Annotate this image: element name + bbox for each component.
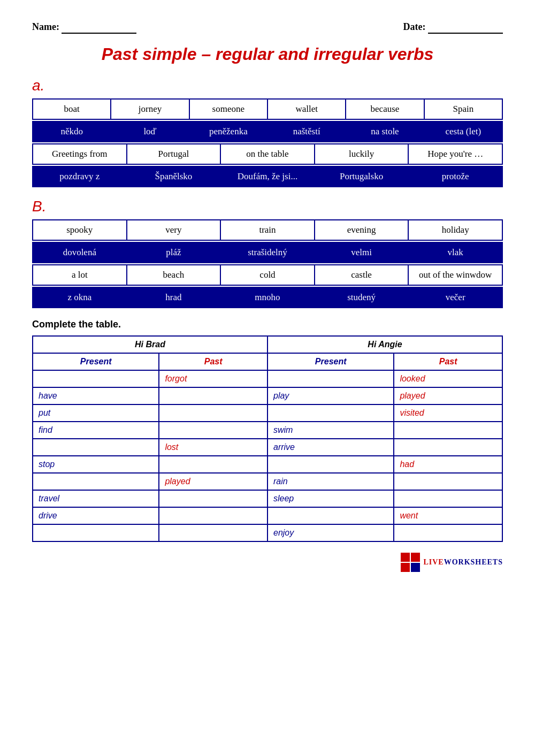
word-cell: cold xyxy=(221,265,315,285)
hi-angie-header: Hi Angie xyxy=(268,336,502,353)
lw-logo: LIVEWORKSHEETS xyxy=(401,553,503,572)
word-cell: Greetings from xyxy=(33,144,127,164)
word-cell: velmi xyxy=(315,243,409,262)
word-cell: beach xyxy=(127,265,221,285)
lw-icon xyxy=(401,553,420,572)
section-b-label: B. xyxy=(32,198,503,215)
word-cell: wallet xyxy=(268,100,346,119)
angie-present-cell xyxy=(268,507,394,524)
liveworksheets-branding: LIVEWORKSHEETS xyxy=(32,553,503,572)
angie-past-cell xyxy=(394,524,502,541)
angie-past-cell: looked xyxy=(394,370,502,387)
word-cell: večer xyxy=(409,288,502,307)
brad-present-cell xyxy=(33,524,159,541)
word-cell: castle xyxy=(315,265,409,285)
word-cell: evening xyxy=(315,220,409,240)
brad-present-cell xyxy=(33,473,159,490)
table-row: enjoy xyxy=(33,524,502,541)
table-row: lostarrive xyxy=(33,439,502,456)
section-a-word-boxes: boatjorneysomeonewalletbecauseSpainněkdo… xyxy=(32,98,503,187)
section-b: B. spookyverytraineveningholidaydovolená… xyxy=(32,198,503,308)
brad-past-cell: played xyxy=(159,473,268,490)
word-cell: Spain xyxy=(425,100,502,119)
word-cell: protože xyxy=(409,167,502,186)
table-row: haveplayplayed xyxy=(33,387,502,404)
word-cell: someone xyxy=(190,100,268,119)
word-cell: Portugalsko xyxy=(315,167,409,186)
angie-past-cell xyxy=(394,490,502,507)
brad-past-cell: forgot xyxy=(159,370,268,387)
brad-past-cell: lost xyxy=(159,439,268,456)
date-field: Date: xyxy=(403,21,503,34)
angie-past-cell xyxy=(394,422,502,439)
angie-present-header: Present xyxy=(268,353,394,370)
brad-present-cell xyxy=(33,370,159,387)
angie-present-cell: play xyxy=(268,387,394,404)
angie-past-header: Past xyxy=(394,353,502,370)
brad-past-header: Past xyxy=(159,353,268,370)
word-cell: strašidelný xyxy=(221,243,315,262)
page-title: Past simple – regular and irregular verb… xyxy=(32,44,503,64)
brad-present-cell: have xyxy=(33,387,159,404)
table-row: travelsleep xyxy=(33,490,502,507)
word-cell: studený xyxy=(315,288,409,307)
section-a-label: a. xyxy=(32,77,503,94)
word-cell: boat xyxy=(33,100,111,119)
name-field: Name: xyxy=(32,21,136,34)
word-cell: Doufám, že jsi... xyxy=(221,167,315,186)
brad-past-cell xyxy=(159,507,268,524)
hi-brad-header: Hi Brad xyxy=(33,336,268,353)
word-cell: train xyxy=(221,220,315,240)
word-box-row: pozdravy zŠpanělskoDoufám, že jsi...Port… xyxy=(32,166,503,187)
table-body: forgotlookedhaveplayplayedputvisitedfind… xyxy=(33,370,502,541)
word-cell: z okna xyxy=(33,288,127,307)
brad-present-cell: put xyxy=(33,404,159,422)
word-cell: on the table xyxy=(221,144,315,164)
word-box-row: spookyverytraineveningholiday xyxy=(32,219,503,241)
word-cell: pozdravy z xyxy=(33,167,127,186)
brad-past-cell xyxy=(159,456,268,473)
section-b-word-boxes: spookyverytraineveningholidaydovolenáplá… xyxy=(32,219,503,308)
word-cell: někdo xyxy=(33,122,111,141)
angie-present-cell: swim xyxy=(268,422,394,439)
word-cell: mnoho xyxy=(221,288,315,307)
word-cell: holiday xyxy=(409,220,502,240)
brad-past-cell xyxy=(159,387,268,404)
angie-present-cell: sleep xyxy=(268,490,394,507)
word-cell: Španělsko xyxy=(127,167,221,186)
word-cell: a lot xyxy=(33,265,127,285)
brad-present-header: Present xyxy=(33,353,159,370)
word-box-row: z oknahradmnohostudenývečer xyxy=(32,287,503,308)
brad-present-cell: find xyxy=(33,422,159,439)
word-cell: very xyxy=(127,220,221,240)
word-box-row: někdoloďpeněženkanaštěstína stolecesta (… xyxy=(32,121,503,142)
table-row: drivewent xyxy=(33,507,502,524)
brad-present-cell: stop xyxy=(33,456,159,473)
svg-rect-1 xyxy=(411,553,420,562)
table-row: findswim xyxy=(33,422,502,439)
word-cell: Portugal xyxy=(127,144,221,164)
angie-past-cell: had xyxy=(394,456,502,473)
brad-past-cell xyxy=(159,404,268,422)
section-a: a. boatjorneysomeonewalletbecauseSpainně… xyxy=(32,77,503,187)
brad-past-cell xyxy=(159,490,268,507)
word-cell: luckily xyxy=(315,144,409,164)
angie-present-cell xyxy=(268,370,394,387)
brad-present-cell: drive xyxy=(33,507,159,524)
angie-past-cell: went xyxy=(394,507,502,524)
svg-rect-0 xyxy=(401,553,410,562)
word-cell: peněženka xyxy=(190,122,268,141)
name-label: Name: xyxy=(32,21,59,32)
word-cell: vlak xyxy=(409,243,502,262)
lw-text: LIVEWORKSHEETS xyxy=(423,558,503,567)
table-row: forgotlooked xyxy=(33,370,502,387)
brad-present-cell xyxy=(33,439,159,456)
table-row: stophad xyxy=(33,456,502,473)
word-box-row: Greetings fromPortugalon the tableluckil… xyxy=(32,143,503,165)
vocabulary-table: Hi Brad Hi Angie Present Past Present Pa… xyxy=(32,335,503,542)
word-cell: loď xyxy=(111,122,189,141)
instruction: Complete the table. xyxy=(32,319,503,330)
angie-present-cell xyxy=(268,404,394,422)
word-cell: out of the winwdow xyxy=(409,265,502,285)
angie-present-cell: arrive xyxy=(268,439,394,456)
